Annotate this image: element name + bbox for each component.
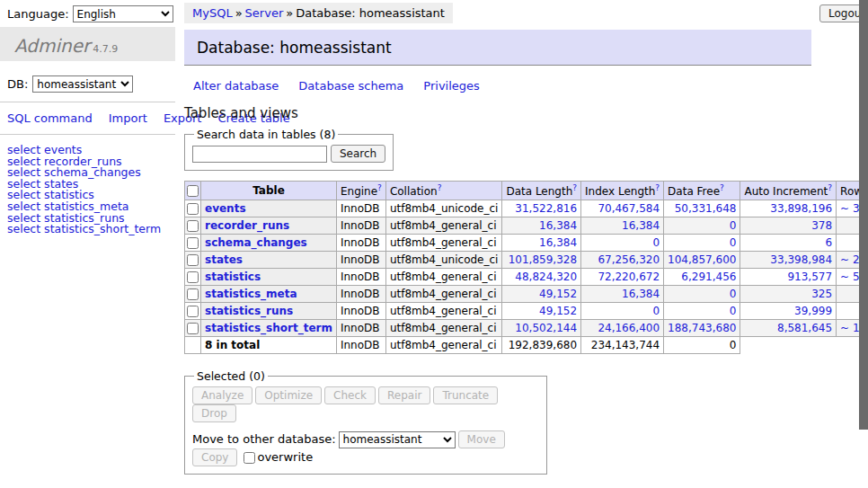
table-link-statistics_short_term[interactable]: statistics_short_term	[205, 322, 332, 334]
table-link-statistics_runs[interactable]: statistics_runs	[205, 305, 293, 317]
index-length-link[interactable]: 24,166,400	[585, 322, 660, 334]
data-free-cell: 50,331,648	[664, 200, 740, 217]
row-checkbox-recorder_runs[interactable]	[187, 220, 199, 232]
db-select[interactable]: homeassistant	[32, 75, 133, 93]
data-free-link[interactable]: 0	[668, 305, 736, 317]
sidebar-select-statistics_short_term[interactable]: select statistics_short_term	[7, 224, 175, 235]
data-length-link[interactable]: 16,384	[506, 236, 577, 249]
search-input[interactable]	[192, 146, 327, 163]
column-help-link[interactable]: ?	[655, 183, 660, 192]
language-select[interactable]: English	[73, 5, 173, 22]
data-free-cell: 0	[664, 303, 740, 320]
adminer-version: 4.7.9	[93, 43, 118, 55]
move-db-select[interactable]: homeassistant	[339, 431, 456, 448]
auto-increment-link[interactable]: 33,898,196	[744, 202, 832, 215]
data-length-link[interactable]: 49,152	[506, 305, 577, 317]
row-checkbox-schema_changes[interactable]	[187, 237, 199, 249]
truncate-button[interactable]: Truncate	[433, 386, 498, 404]
data-free-cell: 0	[664, 286, 740, 303]
row-checkbox-statistics[interactable]	[187, 271, 199, 283]
engine-cell: InnoDB	[336, 269, 385, 286]
auto-increment-cell: 33,898,196	[740, 200, 837, 217]
tables-views-heading: Tables and views	[184, 105, 813, 121]
table-link-recorder_runs[interactable]: recorder_runs	[205, 219, 289, 232]
analyze-button[interactable]: Analyze	[192, 386, 252, 404]
overwrite-checkbox[interactable]	[244, 452, 255, 464]
table-link-statistics[interactable]: statistics	[205, 271, 261, 283]
index-length-link[interactable]: 72,220,672	[585, 271, 660, 283]
index-length-link[interactable]: 16,384	[585, 288, 660, 300]
table-link-statistics_meta[interactable]: statistics_meta	[205, 288, 297, 300]
row-checkbox-statistics_runs[interactable]	[187, 306, 199, 317]
data-free-link[interactable]: 0	[668, 236, 736, 249]
search-legend: Search data in tables (8)	[194, 128, 338, 141]
data-free-link[interactable]: 0	[668, 219, 736, 232]
table-link-events[interactable]: events	[205, 202, 246, 215]
data-length-link[interactable]: 31,522,816	[506, 202, 577, 215]
row-checkbox-statistics_short_term[interactable]	[187, 323, 199, 334]
check-button[interactable]: Check	[324, 386, 376, 404]
database-schema-link[interactable]: Database schema	[298, 79, 403, 93]
auto-increment-link[interactable]: 39,999	[744, 305, 832, 317]
index-length-link[interactable]: 67,256,320	[585, 253, 660, 266]
index-length-link[interactable]: 16,384	[585, 219, 660, 232]
auto-increment-link[interactable]: 6	[744, 236, 832, 249]
sql-command-link[interactable]: SQL command	[7, 111, 93, 125]
index-length-link[interactable]: 0	[585, 305, 660, 317]
row-checkbox-events[interactable]	[187, 203, 199, 215]
auto-increment-cell: 33,398,984	[740, 252, 837, 269]
copy-button[interactable]: Copy	[192, 448, 237, 466]
column-help-link[interactable]: ?	[438, 183, 442, 192]
data-length-link[interactable]: 16,384	[506, 219, 577, 232]
select-all-checkbox[interactable]	[187, 185, 199, 197]
total-collation-cell: utf8mb4_general_ci	[385, 337, 502, 354]
auto-increment-link[interactable]: 33,398,984	[744, 253, 832, 266]
auto-increment-link[interactable]: 378	[744, 219, 832, 232]
table-link-states[interactable]: states	[205, 253, 243, 266]
data-free-link[interactable]: 104,857,600	[668, 253, 736, 266]
scrollbar-thumb[interactable]	[859, 0, 868, 430]
engine-cell: InnoDB	[336, 217, 385, 235]
auto-increment-link[interactable]: 8,581,645	[744, 322, 832, 334]
column-help: ?	[572, 183, 577, 192]
row-checkbox-states[interactable]	[187, 254, 199, 266]
data-length-link[interactable]: 10,502,144	[506, 322, 577, 334]
move-label: Move to other database:	[192, 432, 336, 446]
data-free-link[interactable]: 6,291,456	[668, 271, 736, 283]
language-row: Language:English	[7, 5, 173, 22]
search-button[interactable]: Search	[331, 145, 385, 163]
privileges-link[interactable]: Privileges	[423, 79, 480, 93]
data-length-link[interactable]: 49,152	[506, 288, 577, 300]
auto-increment-link[interactable]: 913,577	[744, 271, 832, 283]
column-help-link[interactable]: ?	[377, 183, 382, 192]
repair-button[interactable]: Repair	[378, 386, 430, 404]
import-link[interactable]: Import	[109, 111, 147, 125]
data-free-link[interactable]: 0	[668, 288, 736, 300]
alter-database-link[interactable]: Alter database	[193, 79, 279, 93]
data-free-link[interactable]: 50,331,648	[668, 202, 736, 215]
table-link-schema_changes[interactable]: schema_changes	[205, 236, 307, 249]
vertical-scrollbar[interactable]	[859, 0, 868, 488]
move-button[interactable]: Move	[458, 430, 505, 448]
data-length-link[interactable]: 48,824,320	[506, 271, 577, 283]
table-row: statesInnoDButf8mb4_unicode_ci101,859,32…	[185, 252, 868, 269]
column-help-link[interactable]: ?	[720, 183, 724, 192]
row-checkbox-statistics_meta[interactable]	[187, 288, 199, 300]
data-free-link[interactable]: 188,743,680	[668, 322, 736, 334]
column-help-link[interactable]: ?	[572, 183, 577, 192]
table-row: eventsInnoDButf8mb4_unicode_ci31,522,816…	[185, 200, 868, 217]
column-help-link[interactable]: ?	[828, 183, 832, 192]
collation-cell: utf8mb4_general_ci	[385, 235, 502, 252]
search-fieldset: Search data in tables (8) Search	[184, 128, 394, 171]
collation-cell: utf8mb4_unicode_ci	[385, 200, 502, 217]
breadcrumb-mysql-link[interactable]: MySQL	[192, 6, 233, 20]
drop-button[interactable]: Drop	[192, 404, 236, 422]
index-length-cell: 0	[581, 303, 664, 320]
auto-increment-link[interactable]: 325	[744, 288, 832, 300]
index-length-link[interactable]: 0	[585, 236, 660, 249]
optimize-button[interactable]: Optimize	[255, 386, 322, 404]
data-length-link[interactable]: 101,859,328	[506, 253, 577, 266]
index-length-link[interactable]: 70,467,584	[585, 202, 660, 215]
adminer-logo-link[interactable]: Adminer	[14, 35, 90, 57]
breadcrumb-server-link[interactable]: Server	[245, 6, 284, 20]
